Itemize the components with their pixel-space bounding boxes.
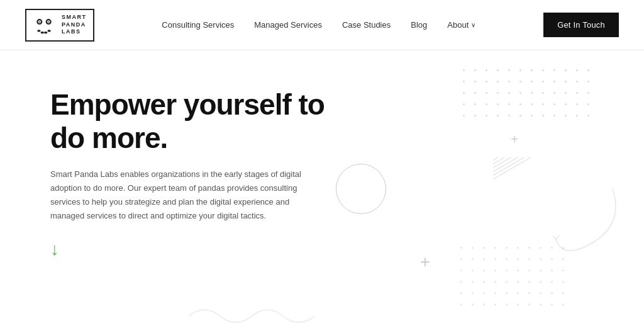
hero-title: Empower yourself to do more. <box>50 88 352 155</box>
hero-section: const dotsTopContainer = document.queryS… <box>0 50 644 335</box>
svg-point-7 <box>41 31 44 33</box>
hero-title-line1: Empower yourself to <box>50 88 325 121</box>
nav-about-label: About <box>447 20 469 30</box>
nav-consulting-services[interactable]: Consulting Services <box>162 20 234 30</box>
zigzag-decoration <box>189 297 314 329</box>
svg-point-4 <box>39 21 40 22</box>
scroll-down-arrow[interactable]: ↓ <box>50 241 352 258</box>
nav-managed-services[interactable]: Managed Services <box>254 20 322 30</box>
diagonal-lines-decoration <box>493 157 543 183</box>
decorative-dots-top: const dotsTopContainer = document.queryS… <box>463 69 594 121</box>
plus-decoration-small: + <box>511 132 518 147</box>
logo-icon <box>33 14 55 37</box>
get-in-touch-button[interactable]: Get In Touch <box>543 13 619 37</box>
decorative-dots-bottom: const dotsBottomContainer = document.que… <box>460 247 569 310</box>
nav-blog[interactable]: Blog <box>411 20 427 30</box>
main-nav: Consulting Services Managed Services Cas… <box>162 20 475 30</box>
svg-point-9 <box>47 30 50 32</box>
arrow-curve-decoration <box>550 176 625 252</box>
svg-point-6 <box>37 30 40 32</box>
logo[interactable]: SMART PANDA LABS <box>25 9 94 42</box>
hero-title-line2: do more. <box>50 122 167 154</box>
nav-about[interactable]: About ∨ <box>447 20 475 30</box>
site-header: SMART PANDA LABS Consulting Services Man… <box>0 0 644 50</box>
hero-content: Empower yourself to do more. Smart Panda… <box>50 88 352 258</box>
chevron-down-icon: ∨ <box>471 21 475 28</box>
logo-text: SMART PANDA LABS <box>62 14 87 36</box>
hero-description: Smart Panda Labs enables organizations i… <box>50 168 302 223</box>
plus-decoration-large: + <box>420 252 430 272</box>
nav-case-studies[interactable]: Case Studies <box>342 20 391 30</box>
scroll-arrow-icon: ↓ <box>50 239 59 259</box>
svg-point-5 <box>48 21 49 22</box>
svg-point-8 <box>44 31 47 33</box>
